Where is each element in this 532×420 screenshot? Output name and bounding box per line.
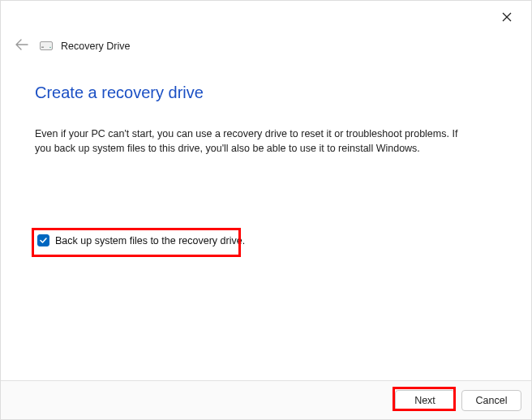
header-title: Recovery Drive [61,41,130,52]
checkmark-icon [39,236,48,245]
titlebar [1,1,531,30]
close-icon [502,12,512,22]
backup-checkbox[interactable] [37,234,49,246]
svg-point-4 [49,47,51,49]
page-description: Even if your PC can't start, you can use… [35,126,473,156]
header-row: Recovery Drive [1,30,531,56]
back-button[interactable] [12,37,32,55]
footer: Next Cancel [1,380,531,419]
cancel-button[interactable]: Cancel [461,390,521,411]
drive-icon [40,41,53,51]
page-heading: Create a recovery drive [35,84,497,102]
close-button[interactable] [497,7,517,27]
back-arrow-icon [15,39,28,50]
svg-rect-3 [41,47,44,49]
content-area: Create a recovery drive Even if your PC … [1,56,531,156]
next-button[interactable]: Next [395,390,455,411]
svg-rect-2 [41,42,53,50]
backup-checkbox-label[interactable]: Back up system files to the recovery dri… [55,235,245,246]
backup-checkbox-row: Back up system files to the recovery dri… [37,234,245,246]
